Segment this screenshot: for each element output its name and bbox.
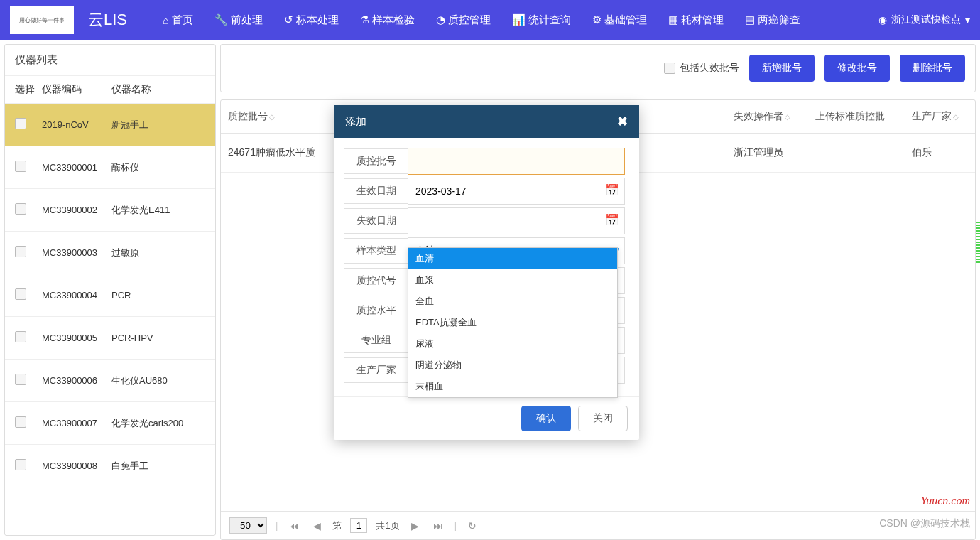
dropdown-option[interactable]: 尿液 <box>408 333 617 355</box>
dialog-header: 添加 ✖ <box>334 105 639 138</box>
logo: 用心做好每一件事 <box>10 6 74 34</box>
nav-specimen[interactable]: ↺标本处理 <box>284 14 339 27</box>
close-icon[interactable]: ✖ <box>617 114 628 129</box>
sidebar-row[interactable]: MC33900006生化仪AU680 <box>5 360 215 402</box>
checkbox-icon[interactable] <box>15 459 26 470</box>
wrench-icon: 🔧 <box>214 14 228 26</box>
instrument-code: MC33900007 <box>42 418 106 428</box>
sidebar-row[interactable]: MC33900007化学发光caris200 <box>5 402 215 445</box>
pager-first-icon[interactable]: ⏮ <box>286 520 302 531</box>
instrument-name: 化学发光E411 <box>111 204 205 217</box>
page-size-select[interactable]: 50 <box>229 517 267 534</box>
col-upload[interactable]: 上传标准质控批 <box>808 100 905 134</box>
add-batch-button[interactable]: 新增批号 <box>749 55 815 82</box>
nav-stats[interactable]: 📊统计查询 <box>512 14 571 27</box>
page-input[interactable] <box>350 518 367 533</box>
label-sample-type: 样本类型 <box>344 238 408 264</box>
user-icon: ◉ <box>878 14 887 26</box>
instrument-code: MC33900008 <box>42 460 106 471</box>
sidebar-row[interactable]: MC33900005PCR-HPV <box>5 317 215 360</box>
checkbox-icon[interactable] <box>15 203 26 215</box>
instrument-name: 新冠手工 <box>111 119 205 131</box>
pager-refresh-icon[interactable]: ↻ <box>465 520 479 531</box>
checkbox-icon[interactable] <box>15 416 26 428</box>
dropdown-option[interactable]: 全血 <box>408 291 617 312</box>
instrument-code: MC33900003 <box>42 247 106 258</box>
input-batch[interactable] <box>408 148 625 175</box>
instrument-name: PCR <box>111 290 205 301</box>
toolbar: 包括失效批号 新增批号 修改批号 删除批号 <box>220 44 976 92</box>
dropdown-option[interactable]: 血清 <box>408 248 617 269</box>
nav-home[interactable]: ⌂首页 <box>163 14 193 27</box>
checkbox-icon[interactable] <box>15 331 26 342</box>
delete-batch-button[interactable]: 删除批号 <box>900 55 965 82</box>
pager-last-icon[interactable]: ⏭ <box>430 520 446 531</box>
pager: 50 | ⏮ ◀ 第 共1页 ▶ ⏭ | ↻ <box>221 511 975 539</box>
label-qc-code: 质控代号 <box>344 268 408 293</box>
app-name: 云LIS <box>88 9 127 31</box>
sidebar-row[interactable]: MC33900001酶标仪 <box>5 146 215 189</box>
nav-test[interactable]: ⚗样本检验 <box>360 14 415 27</box>
instrument-name: 白兔手工 <box>111 460 205 472</box>
input-exp-date[interactable] <box>408 207 625 234</box>
pie-icon: ◔ <box>436 14 445 26</box>
sort-icon: ◇ <box>269 113 275 121</box>
pager-next-icon[interactable]: ▶ <box>408 520 422 531</box>
instrument-name: 酶标仪 <box>111 161 205 174</box>
checkbox-icon[interactable] <box>15 161 26 172</box>
calendar-icon[interactable]: 📅 <box>605 183 619 197</box>
nav-pre[interactable]: 🔧前处理 <box>214 14 263 27</box>
nav-supply[interactable]: ▦耗材管理 <box>668 14 724 27</box>
col-operator[interactable]: 失效操作者◇ <box>726 100 808 134</box>
checkbox-icon[interactable] <box>15 118 26 129</box>
close-button[interactable]: 关闭 <box>578 406 628 431</box>
dropdown-option[interactable]: 血浆 <box>408 269 617 291</box>
nav-screen[interactable]: ▤两癌筛查 <box>745 14 800 27</box>
instrument-code: 2019-nCoV <box>42 119 106 130</box>
side-indicator <box>976 220 980 263</box>
label-qc-level: 质控水平 <box>344 298 408 323</box>
nav-base[interactable]: ⚙基础管理 <box>592 14 647 27</box>
chevron-down-icon: ▾ <box>965 14 970 26</box>
grid-icon: ▤ <box>745 14 755 26</box>
top-nav: 用心做好每一件事 云LIS ⌂首页 🔧前处理 ↺标本处理 ⚗样本检验 ◔质控管理… <box>0 0 980 40</box>
label-exp-date: 失效日期 <box>344 208 408 234</box>
instrument-code: MC33900004 <box>42 290 106 301</box>
watermark: CSDN @源码技术栈 <box>879 517 970 530</box>
checkbox-icon[interactable] <box>15 246 26 257</box>
pager-prev-icon[interactable]: ◀ <box>310 520 324 531</box>
sample-type-dropdown: 血清血浆全血EDTA抗凝全血尿液阴道分泌物末梢血 <box>408 247 618 398</box>
instrument-name: 化学发光caris200 <box>111 417 205 430</box>
label-group: 专业组 <box>344 328 408 353</box>
edit-batch-button[interactable]: 修改批号 <box>824 55 890 82</box>
checkbox-icon[interactable] <box>15 374 26 385</box>
sidebar-row[interactable]: MC33900002化学发光E411 <box>5 189 215 232</box>
sidebar-row[interactable]: MC33900003过敏原 <box>5 232 215 274</box>
checkbox-icon[interactable] <box>15 288 26 300</box>
instrument-sidebar: 仪器列表 选择 仪器编码 仪器名称 2019-nCoV新冠手工MC3390000… <box>4 44 216 536</box>
nav-qc[interactable]: ◔质控管理 <box>436 14 491 27</box>
sidebar-row[interactable]: MC33900004PCR <box>5 274 215 317</box>
instrument-code: MC33900006 <box>42 375 106 386</box>
col-maker[interactable]: 生产厂家◇ <box>905 100 975 134</box>
label-eff-date: 生效日期 <box>344 178 408 204</box>
refresh-icon: ↺ <box>284 14 293 26</box>
sidebar-title: 仪器列表 <box>5 45 215 76</box>
include-invalid-checkbox[interactable]: 包括失效批号 <box>664 62 739 75</box>
input-eff-date[interactable] <box>408 178 625 205</box>
user-menu[interactable]: ◉ 浙江测试快检点 ▾ <box>878 14 970 26</box>
dropdown-option[interactable]: 阴道分泌物 <box>408 355 617 376</box>
col-batch[interactable]: 质控批号◇ <box>221 100 338 134</box>
label-batch: 质控批号 <box>344 148 408 174</box>
calendar-icon[interactable]: 📅 <box>605 213 619 227</box>
gear-icon: ⚙ <box>592 14 601 26</box>
instrument-name: 过敏原 <box>111 247 205 259</box>
dropdown-option[interactable]: EDTA抗凝全血 <box>408 312 617 333</box>
sidebar-row[interactable]: 2019-nCoV新冠手工 <box>5 104 215 146</box>
sidebar-row[interactable]: MC33900008白兔手工 <box>5 445 215 487</box>
confirm-button[interactable]: 确认 <box>521 406 571 431</box>
instrument-code: MC33900005 <box>42 333 106 343</box>
dropdown-option[interactable]: 末梢血 <box>408 376 617 397</box>
dialog-footer: 确认 关闭 <box>334 396 639 440</box>
list-icon: ▦ <box>668 14 678 26</box>
